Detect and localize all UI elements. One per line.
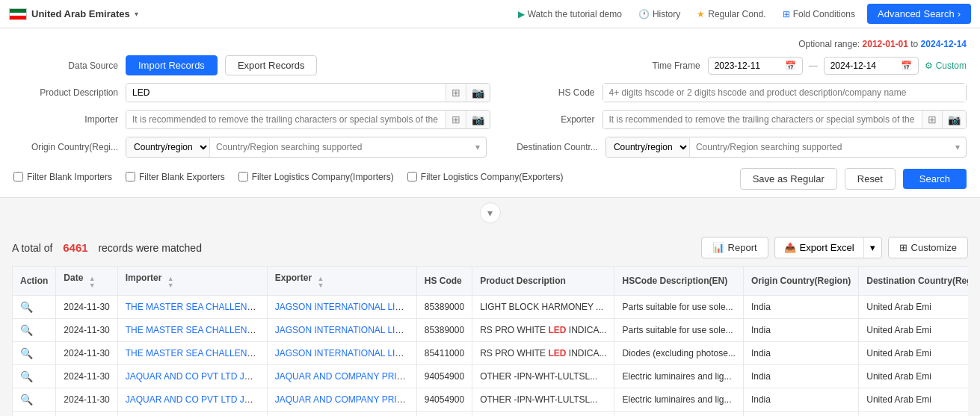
filter-logistics-importers-label: Filter Logistics Company(Importers) — [252, 172, 394, 182]
filter-logistics-importers-checkbox[interactable] — [238, 172, 248, 181]
origin-country-group: Country/region ▾ — [126, 137, 487, 158]
row-search-icon[interactable]: 🔍 — [20, 370, 33, 382]
dest-country-search-input[interactable] — [690, 138, 949, 156]
date-from-field[interactable] — [715, 60, 780, 71]
export-excel-group: 📤 Export Excel ▾ — [774, 237, 882, 258]
col-hs-code: HS Code — [416, 267, 472, 296]
search-button[interactable]: Search — [903, 169, 967, 189]
date-from-input[interactable]: 📅 — [708, 57, 803, 75]
date-to-field[interactable] — [830, 60, 896, 71]
col-importer[interactable]: Importer ▲▼ — [117, 267, 267, 296]
export-excel-button[interactable]: 📤 Export Excel — [775, 238, 863, 258]
collapse-toggle[interactable]: ▾ — [0, 198, 980, 228]
filter-logistics-importers-item[interactable]: Filter Logistics Company(Importers) — [238, 172, 394, 182]
exporter-input[interactable] — [603, 111, 922, 128]
origin-country-chevron-icon[interactable]: ▾ — [469, 138, 486, 156]
col-dest-country: Destination Country(Regi... — [859, 267, 968, 296]
results-action-buttons: 📊 Report 📤 Export Excel ▾ ⊞ Customize — [701, 237, 968, 258]
importer-input[interactable] — [126, 111, 446, 128]
exporter-link[interactable]: JAGSON INTERNATIONAL LIMITED — [275, 348, 417, 358]
save-as-regular-button[interactable]: Save as Regular — [740, 168, 837, 190]
col-exporter[interactable]: Exporter ▲▼ — [267, 267, 416, 296]
importer-link[interactable]: THE MASTER SEA CHALLENG... — [126, 325, 262, 335]
row-search-icon[interactable]: 🔍 — [20, 324, 33, 336]
product-desc-camera-icon[interactable]: 📷 — [466, 84, 490, 102]
dest-country-type-select[interactable]: Country/region — [606, 137, 690, 157]
date-cell: 2024-11-30 — [56, 296, 117, 319]
exporter-link[interactable]: JAQUAR AND COMPANY PRIVATE LI... — [275, 394, 417, 405]
results-count-number: 6461 — [63, 241, 87, 254]
importer-link[interactable]: JAQUAR AND CO PVT LTD JCP... — [126, 371, 263, 382]
export-label: Export Excel — [800, 242, 854, 253]
exporter-cell: JAGSON INTERNATIONAL LIMITED — [267, 296, 416, 319]
dest-country-group: Country/region ▾ — [605, 137, 967, 158]
hs-code-label: HS Code — [520, 87, 595, 98]
filter-logistics-exporters-item[interactable]: Filter Logistics Company(Exporters) — [407, 172, 564, 182]
dest-country-cell: United Arab Emi — [859, 365, 968, 388]
exporter-scan-icon[interactable]: ⊞ — [922, 111, 942, 128]
row-search-icon[interactable]: 🔍 — [20, 394, 33, 406]
country-selector[interactable]: United Arab Emirates ▾ — [9, 8, 138, 20]
exporter-link[interactable]: JAQUAR AND COMPANY PRIVATE LI... — [275, 371, 417, 382]
importer-camera-icon[interactable]: 📷 — [466, 111, 490, 128]
filter-blank-exporters-checkbox[interactable] — [126, 172, 135, 181]
origin-country-search-input[interactable] — [210, 138, 469, 156]
row-search-icon[interactable]: 🔍 — [20, 301, 33, 313]
row-search-icon[interactable]: 🔍 — [20, 347, 33, 359]
importer-scan-icon[interactable]: ⊞ — [446, 111, 466, 128]
reset-button[interactable]: Reset — [845, 168, 896, 190]
report-button[interactable]: 📊 Report — [701, 237, 768, 258]
report-label: Report — [728, 242, 757, 253]
calendar-to-icon[interactable]: 📅 — [901, 60, 912, 71]
product-desc-cell: OTHER -IPN-WHT-LULTSL... — [472, 388, 614, 412]
hs-code-input[interactable] — [603, 84, 967, 102]
importer-link[interactable]: THE MASTER SEA CHALLENG... — [126, 348, 262, 358]
watch-tutorial-link[interactable]: ▶ Watch the tutorial demo — [514, 6, 626, 22]
fold-icon: ⊞ — [783, 9, 790, 19]
country-chevron-icon: ▾ — [135, 10, 138, 18]
product-desc-scan-icon[interactable]: ⊞ — [446, 84, 466, 102]
table-row: 🔍2024-11-30THE MASTER SEA CHALLENG...JAG… — [13, 319, 969, 342]
filter-logistics-exporters-checkbox[interactable] — [407, 172, 417, 181]
hscode-desc-cell: Parts suitable for use sole... — [614, 296, 743, 319]
date-cell: 2024-11-30 — [56, 342, 117, 365]
history-link[interactable]: 🕐 History — [634, 6, 685, 22]
results-records-label: records were matched — [98, 242, 202, 254]
importer-link[interactable]: THE MASTER SEA CHALLENG... — [126, 302, 262, 312]
exporter-camera-icon[interactable]: 📷 — [942, 111, 966, 128]
top-nav-actions: ▶ Watch the tutorial demo 🕐 History ★ Re… — [514, 4, 971, 24]
product-desc-input[interactable] — [126, 84, 446, 102]
filter-blank-importers-item[interactable]: Filter Blank Importers — [13, 172, 112, 182]
exporter-link[interactable]: JAGSON INTERNATIONAL LIMITED — [275, 302, 417, 312]
filter-logistics-exporters-label: Filter Logistics Company(Exporters) — [421, 172, 564, 182]
export-records-tab[interactable]: Export Records — [225, 55, 318, 75]
fold-conditions-link[interactable]: ⊞ Fold Conditions — [778, 6, 860, 22]
importer-input-wrap: ⊞ 📷 — [126, 110, 490, 129]
date-to-input[interactable]: 📅 — [824, 57, 919, 75]
regular-cond-link[interactable]: ★ Regular Cond. — [692, 6, 770, 22]
optional-range: Optional range: 2012-01-01 to 2024-12-14 — [13, 39, 967, 49]
search-panel: Optional range: 2012-01-01 to 2024-12-14… — [0, 28, 980, 198]
exporter-link[interactable]: JAGSON INTERNATIONAL LIMITED — [275, 325, 417, 335]
customize-label: Customize — [911, 242, 957, 253]
advanced-search-button[interactable]: Advanced Search › — [867, 4, 971, 24]
action-cell: 🔍 — [13, 319, 56, 342]
search-action-buttons: Save as Regular Reset Search — [740, 168, 967, 190]
calendar-from-icon[interactable]: 📅 — [785, 60, 796, 71]
date-cell: 2024-11-30 — [56, 388, 117, 412]
custom-button[interactable]: ⚙ Custom — [925, 60, 967, 71]
dest-country-chevron-icon[interactable]: ▾ — [949, 138, 966, 156]
collapse-arrow-icon[interactable]: ▾ — [480, 202, 501, 223]
filter-checkboxes: Filter Blank Importers Filter Blank Expo… — [13, 169, 564, 187]
filter-blank-exporters-item[interactable]: Filter Blank Exporters — [126, 172, 225, 182]
origin-country-type-select[interactable]: Country/region — [126, 137, 210, 157]
table-header-row: Action Date ▲▼ Importer ▲▼ Exporter ▲▼ H… — [13, 267, 969, 296]
exporter-cell: JAGSON INTERNATIONAL LIMITED — [267, 319, 416, 342]
customize-button[interactable]: ⊞ Customize — [888, 237, 968, 258]
col-date[interactable]: Date ▲▼ — [56, 267, 117, 296]
export-chevron-button[interactable]: ▾ — [863, 238, 881, 258]
importer-link[interactable]: JAQUAR AND CO PVT LTD JCP... — [126, 394, 263, 405]
import-records-tab[interactable]: Import Records — [126, 55, 218, 75]
filter-blank-importers-checkbox[interactable] — [13, 172, 23, 181]
exporter-cell: JAQUAR AND COMPANY PRIVATE LI... — [267, 365, 416, 388]
